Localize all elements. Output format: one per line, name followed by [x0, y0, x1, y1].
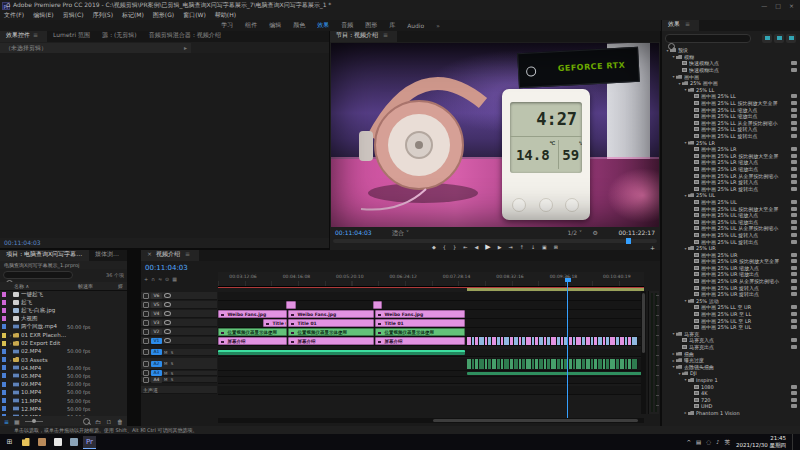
expander-caret-icon[interactable]: ▾: [665, 48, 670, 53]
label-color-chip[interactable]: [2, 308, 6, 313]
effects-bin-row[interactable]: ▾Inspire 1: [662, 377, 800, 384]
expander-caret-icon[interactable]: ▾: [683, 87, 688, 92]
label-color-chip[interactable]: [2, 357, 6, 362]
track-header-A4[interactable]: A4M S: [141, 377, 217, 383]
effect-preset-row[interactable]: 720: [662, 396, 800, 403]
video-clip-v1[interactable]: 屏幕介绍: [375, 337, 465, 345]
track-lane-V5[interactable]: [218, 301, 644, 310]
video-clip-v3[interactable]: Title 01: [375, 319, 465, 327]
effects-bin-row[interactable]: ▾马赛克: [662, 331, 800, 338]
track-header-V6[interactable]: V6: [141, 292, 217, 300]
workspace-tab-学习[interactable]: 学习: [221, 21, 233, 30]
panel-menu-icon[interactable]: ≡: [380, 31, 391, 38]
track-visibility-eye-icon[interactable]: [164, 329, 171, 335]
tab-effects[interactable]: 效果 ≡: [662, 20, 699, 31]
taskbar-explorer-icon[interactable]: [19, 436, 32, 449]
track-header-V1[interactable]: V1: [141, 337, 217, 345]
effect-preset-row[interactable]: 画中画 25% LL 至 UR: [662, 304, 800, 311]
effect-preset-row[interactable]: 画中画 25% UL 旋转出点: [662, 238, 800, 245]
expander-caret-icon[interactable]: ▾: [671, 364, 676, 369]
track-header-V3[interactable]: V3: [141, 319, 217, 327]
project-item-row[interactable]: 04.MP450.00 fps: [0, 364, 127, 372]
effect-preset-row[interactable]: 马赛克出点: [662, 344, 800, 351]
track-visibility-eye-icon[interactable]: [164, 311, 171, 317]
timeline-vertical-scrollbar[interactable]: [641, 291, 646, 414]
track-target-V2[interactable]: V2: [151, 329, 162, 335]
expander-caret-icon[interactable]: ▾: [671, 54, 676, 59]
track-target-A1[interactable]: A1: [151, 349, 162, 355]
project-item-row[interactable]: ›01 EXR Placeholders: [0, 331, 127, 339]
effect-preset-row[interactable]: 画中画 25% UL: [662, 199, 800, 206]
panel-menu-icon[interactable]: ≡: [182, 250, 193, 257]
effect-preset-row[interactable]: 画中画 25% UR 按比例放大至全屏: [662, 258, 800, 265]
track-target-V6[interactable]: V6: [151, 293, 162, 299]
tab-audio-clip-mixer[interactable]: 音频剪辑混合器：视频介绍: [143, 31, 227, 42]
lock-icon[interactable]: [143, 349, 149, 355]
video-clip-v2[interactable]: 位置视频仪器显示体使用: [218, 328, 287, 336]
track-lane-V6[interactable]: [218, 292, 644, 301]
effect-preset-row[interactable]: 画中画 25% LL: [662, 93, 800, 100]
effect-preset-row[interactable]: 画中画 25% UR 缩放出点: [662, 271, 800, 278]
effects-bin-row[interactable]: ▾DJI: [662, 370, 800, 377]
menu-帮助[interactable]: 帮助(H): [215, 11, 236, 20]
workspace-tab-效果[interactable]: 效果: [317, 21, 329, 30]
video-clip-v1[interactable]: 屏幕介绍: [218, 337, 287, 345]
track-target-A3[interactable]: A3: [151, 370, 162, 376]
effect-preset-row[interactable]: 画中画 25% UR 缩放入点: [662, 265, 800, 272]
label-color-chip[interactable]: [2, 349, 6, 354]
effect-preset-row[interactable]: 画中画 25% LL 旋转入点: [662, 126, 800, 133]
track-visibility-eye-icon[interactable]: [164, 302, 171, 308]
lock-icon[interactable]: [143, 311, 149, 317]
track-lane-A1[interactable]: [218, 349, 644, 357]
project-item-row[interactable]: 12.MP450.00 fps: [0, 405, 127, 413]
label-color-chip[interactable]: [2, 406, 6, 411]
effect-preset-row[interactable]: 画中画 25% UL 至 LR: [662, 317, 800, 324]
close-icon[interactable]: ×: [147, 250, 152, 257]
taskbar-app-icon[interactable]: [67, 436, 80, 449]
track-header-V4[interactable]: V4: [141, 310, 217, 318]
snap-icon[interactable]: ∩: [151, 276, 155, 282]
menu-编辑[interactable]: 编辑(E): [33, 11, 53, 20]
settings-wrench-icon[interactable]: ⚙: [593, 229, 598, 236]
linked-selection-icon[interactable]: ≈: [158, 276, 162, 282]
menu-图形[interactable]: 图形(G): [153, 11, 174, 20]
effect-preset-row[interactable]: 画中画 25% LR 按比例放大至全屏: [662, 153, 800, 160]
effect-preset-row[interactable]: 马赛克入点: [662, 337, 800, 344]
cutup-clips-strip[interactable]: [467, 337, 638, 345]
effects-bin-row[interactable]: ▾25% 画中画: [662, 80, 800, 87]
lock-icon[interactable]: [143, 329, 149, 335]
label-color-chip[interactable]: [2, 341, 6, 346]
video-clip-v4[interactable]: Weibo Fans.jpg: [375, 310, 465, 318]
lock-icon[interactable]: [143, 338, 149, 344]
project-item-row[interactable]: 09.MP450.00 fps: [0, 380, 127, 388]
tray-icon[interactable]: ▤: [696, 439, 701, 446]
transition-clip[interactable]: [286, 301, 296, 309]
expand-arrow-icon[interactable]: ›: [8, 332, 13, 338]
label-color-chip[interactable]: [2, 333, 6, 338]
track-header-A2[interactable]: A2M S: [141, 358, 217, 370]
effect-preset-row[interactable]: 快速模糊入点: [662, 60, 800, 67]
program-current-timecode[interactable]: 00:11:04:03: [335, 229, 372, 236]
effects-search-input[interactable]: [665, 34, 751, 43]
expander-caret-icon[interactable]: ▾: [683, 140, 688, 145]
lock-icon[interactable]: [143, 293, 149, 299]
lock-icon[interactable]: [143, 370, 149, 376]
expander-caret-icon[interactable]: ▾: [671, 331, 676, 336]
expander-caret-icon[interactable]: ▸: [683, 410, 688, 415]
label-color-chip[interactable]: [2, 365, 6, 370]
track-lane-A4[interactable]: [218, 377, 644, 384]
tab-media-browser[interactable]: 媒体浏览器: [89, 250, 127, 261]
effects-bin-row[interactable]: ▾25% UR: [662, 245, 800, 252]
lock-icon[interactable]: [143, 377, 149, 383]
taskbar-premiere-icon[interactable]: Pr: [83, 436, 96, 449]
audio-cutup-strip[interactable]: [467, 359, 638, 369]
effect-preset-row[interactable]: 画中画 25% UR 至 LL: [662, 311, 800, 318]
audio-clip-a3[interactable]: [467, 372, 644, 375]
display-settings-icon[interactable]: ▦: [172, 276, 177, 282]
track-target-A4[interactable]: A4: [151, 377, 162, 383]
label-color-chip[interactable]: [2, 390, 6, 395]
track-target-V5[interactable]: V5: [151, 302, 162, 308]
expander-caret-icon[interactable]: ▾: [683, 298, 688, 303]
effect-preset-row[interactable]: 画中画 25% UR 旋转出点: [662, 291, 800, 298]
effects-bin-row[interactable]: ▸曝光过度: [662, 357, 800, 364]
